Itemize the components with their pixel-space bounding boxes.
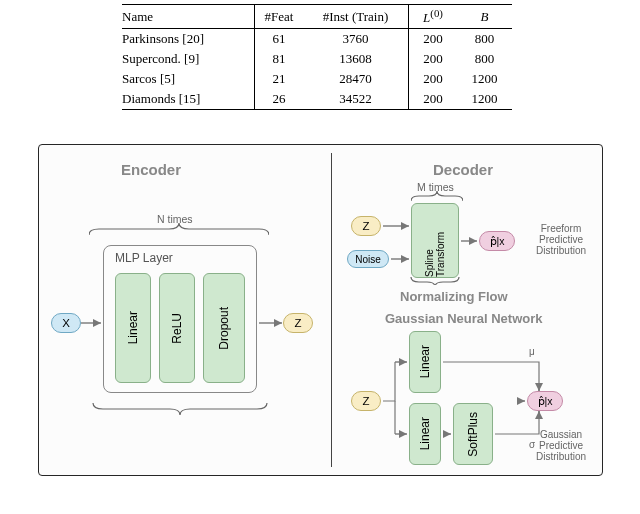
sigma-label: σ [529,439,536,450]
col-header-l: L(0) [409,5,458,29]
decoder-title: Decoder [433,161,493,178]
mu-label: μ [529,346,535,357]
cell-name: Parkinsons [20] [122,29,255,50]
col-header-b: B [457,5,512,29]
normalizing-flow-title: Normalizing Flow [400,289,508,304]
col-header-name: Name [122,5,255,29]
dataset-table: Name #Feat #Inst (Train) L(0) B Parkinso… [122,4,512,110]
col-header-inst: #Inst (Train) [303,5,409,29]
architecture-figure: Encoder Decoder N times X MLP Layer Line… [38,144,603,476]
gaussian-nn-title: Gaussian Neural Network [385,311,543,326]
col-header-feat: #Feat [255,5,304,29]
